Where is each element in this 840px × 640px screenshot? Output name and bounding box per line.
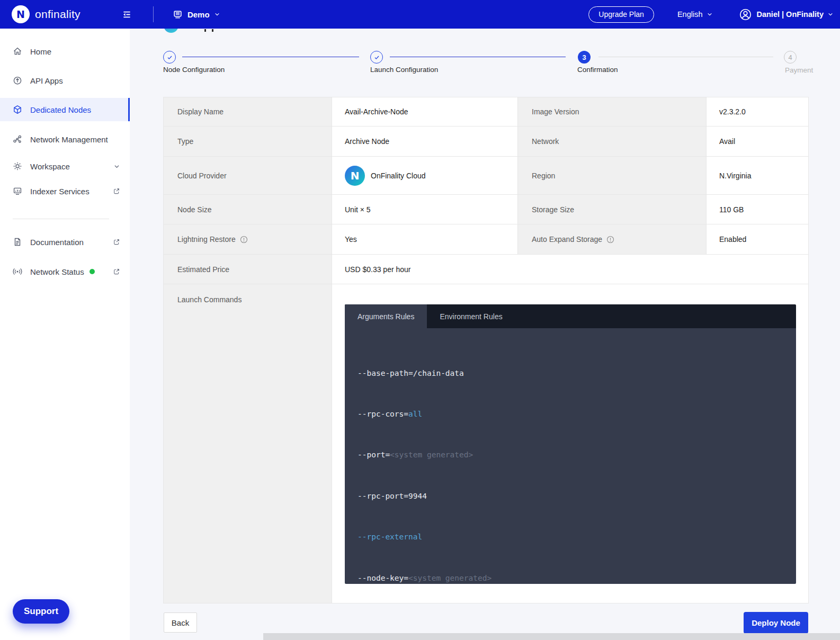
deploy-node-button[interactable]: Deploy Node xyxy=(744,612,808,634)
chevron-down-icon xyxy=(707,11,713,17)
sidebar-item-documentation[interactable]: Documentation xyxy=(0,230,130,254)
sidebar-item-dedicated-nodes[interactable]: Dedicated Nodes xyxy=(0,98,130,121)
network-management-icon xyxy=(13,134,22,144)
workspace-card-icon xyxy=(173,10,183,20)
back-button[interactable]: Back xyxy=(164,612,197,633)
sidebar-item-label: Dedicated Nodes xyxy=(30,105,91,114)
external-link-icon xyxy=(113,238,120,246)
dedicated-nodes-cube-icon xyxy=(13,105,22,114)
language-label: English xyxy=(677,10,703,19)
chevron-down-icon xyxy=(827,11,834,17)
step-2-launch-configuration[interactable] xyxy=(370,51,383,64)
tab-arguments-rules[interactable]: Arguments Rules xyxy=(345,304,427,328)
image-version-value: v2.3.2.0 xyxy=(707,97,808,127)
sidebar-item-api-apps[interactable]: API Apps xyxy=(0,69,130,92)
display-name-label: Display Name xyxy=(164,97,332,127)
step-4-payment[interactable]: 4 xyxy=(784,51,797,64)
sidebar-item-label: Network Status xyxy=(30,267,84,276)
step-3-label[interactable]: Confirmation xyxy=(577,66,618,74)
sidebar-item-indexer-services[interactable]: Indexer Services xyxy=(0,179,130,203)
code-tab-bar: Arguments Rules Environment Rules xyxy=(345,304,796,328)
cloud-provider-value: N OnFinality Cloud xyxy=(332,157,518,195)
estimated-price-value: USD $0.33 per hour xyxy=(332,255,808,284)
step-3-confirmation[interactable]: 3 xyxy=(578,51,591,64)
step-connector xyxy=(598,57,773,57)
check-icon xyxy=(166,54,173,61)
region-value: N.Virginia xyxy=(707,157,808,195)
lightning-restore-label: Lightning Restore xyxy=(164,224,332,255)
external-link-icon xyxy=(113,268,120,275)
cloud-provider-label: Cloud Provider xyxy=(164,157,332,195)
code-line: --rpc-external xyxy=(358,530,785,544)
support-button[interactable]: Support xyxy=(13,599,69,624)
brand-name: onfinality xyxy=(35,8,81,21)
step-number: 3 xyxy=(582,53,586,61)
sidebar-item-label: Indexer Services xyxy=(30,187,90,196)
upgrade-plan-button[interactable]: Upgrade Plan xyxy=(588,6,654,23)
indexer-services-icon xyxy=(13,186,22,196)
network-label: Network xyxy=(518,127,707,157)
sidebar-item-home[interactable]: Home xyxy=(0,40,130,63)
network-status-green-dot xyxy=(90,269,95,274)
sidebar-item-label: Network Management xyxy=(30,135,108,144)
external-link-icon xyxy=(113,187,120,195)
code-line: --node-key=<system generated> xyxy=(358,572,785,584)
code-line: --port=<system generated> xyxy=(358,448,785,462)
user-menu[interactable]: Daniel | OnFinality xyxy=(739,8,834,21)
network-value: Avail xyxy=(707,127,808,157)
sidebar-item-label: API Apps xyxy=(30,76,63,85)
info-circle-icon[interactable] xyxy=(240,236,248,244)
type-label: Type xyxy=(164,127,332,157)
sidebar-item-workspace[interactable]: Workspace xyxy=(0,155,130,178)
sidebar-item-network-management[interactable]: Network Management xyxy=(0,128,130,151)
auto-expand-storage-label: Auto Expand Storage xyxy=(518,224,707,255)
tab-environment-rules[interactable]: Environment Rules xyxy=(427,304,515,328)
sidebar-collapse-button[interactable] xyxy=(122,10,132,20)
network-status-broadcast-icon xyxy=(13,267,22,276)
node-size-label: Node Size xyxy=(164,195,332,224)
sidebar-item-network-status[interactable]: Network Status xyxy=(0,260,130,283)
page-title-remnant xyxy=(204,29,206,32)
language-selector[interactable]: English xyxy=(677,10,713,19)
lightning-restore-value: Yes xyxy=(332,224,518,255)
step-connector xyxy=(390,57,566,57)
workspace-name: Demo xyxy=(187,10,210,19)
step-2-label[interactable]: Launch Configuration xyxy=(370,66,438,74)
sidebar-item-label: Home xyxy=(30,47,51,56)
user-name: Daniel | OnFinality xyxy=(756,10,824,19)
check-icon xyxy=(373,54,380,61)
step-number: 4 xyxy=(788,53,792,61)
estimated-price-label: Estimated Price xyxy=(164,255,332,284)
launch-commands-code-block: Arguments Rules Environment Rules --base… xyxy=(345,304,796,584)
app-root: N onfinality Demo xyxy=(0,0,840,640)
horizontal-scrollbar[interactable] xyxy=(263,633,840,640)
step-4-label[interactable]: Payment xyxy=(785,66,813,74)
gear-icon xyxy=(13,161,22,171)
user-avatar-icon xyxy=(739,8,752,21)
node-size-value: Unit × 5 xyxy=(332,195,518,224)
storage-size-value: 110 GB xyxy=(707,195,808,224)
api-apps-icon xyxy=(13,76,22,85)
sidebar: Home API Apps Dedicated Nodes xyxy=(0,29,130,640)
launch-commands-value: Arguments Rules Environment Rules --base… xyxy=(332,284,808,603)
menu-fold-icon xyxy=(122,10,132,20)
confirmation-details-table: Display Name Avail-Archive-Node Image Ve… xyxy=(163,97,809,603)
step-connector xyxy=(182,57,359,57)
chevron-down-icon xyxy=(214,11,220,17)
code-line: --rpc-cors=all xyxy=(358,408,785,421)
onfinality-cloud-logo-icon: N xyxy=(345,166,365,186)
step-1-node-configuration[interactable] xyxy=(163,51,176,64)
arguments-code: --base-path=/chain-data --rpc-cors=all -… xyxy=(345,328,796,584)
display-name-value: Avail-Archive-Node xyxy=(332,97,518,127)
step-1-label[interactable]: Node Configuration xyxy=(163,66,225,74)
chevron-down-icon xyxy=(113,163,120,170)
onfinality-logo-icon[interactable]: N xyxy=(12,5,30,23)
sidebar-divider xyxy=(13,219,109,219)
launch-commands-label: Launch Commands xyxy=(164,284,332,603)
workspace-switcher[interactable]: Demo xyxy=(173,10,220,20)
svg-text:N: N xyxy=(351,169,360,182)
documentation-icon xyxy=(13,237,22,247)
navbar-divider xyxy=(153,6,154,22)
info-circle-icon[interactable] xyxy=(606,236,614,244)
image-version-label: Image Version xyxy=(518,97,707,127)
